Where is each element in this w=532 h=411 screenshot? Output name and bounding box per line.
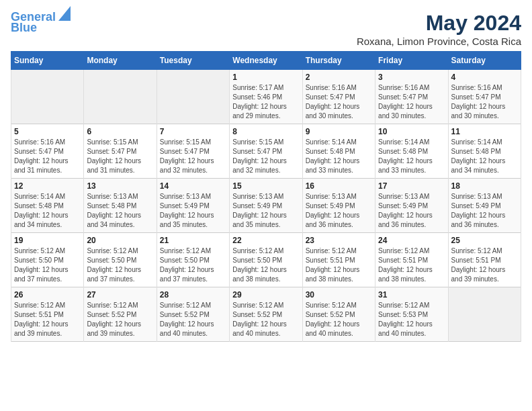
- day-number: 9: [306, 127, 372, 136]
- day-info: Sunrise: 5:12 AM Sunset: 5:51 PM Dayligh…: [14, 301, 81, 338]
- calendar-cell: 31Sunrise: 5:12 AM Sunset: 5:53 PM Dayli…: [375, 287, 448, 342]
- svg-marker-0: [58, 6, 71, 21]
- day-header-monday: Monday: [84, 52, 157, 70]
- calendar-cell: 17Sunrise: 5:13 AM Sunset: 5:49 PM Dayli…: [375, 179, 448, 233]
- day-number: 25: [451, 236, 518, 245]
- calendar-cell: 22Sunrise: 5:12 AM Sunset: 5:50 PM Dayli…: [230, 233, 302, 287]
- day-info: Sunrise: 5:15 AM Sunset: 5:47 PM Dayligh…: [87, 138, 153, 175]
- day-info: Sunrise: 5:12 AM Sunset: 5:52 PM Dayligh…: [160, 301, 226, 338]
- calendar-cell: 7Sunrise: 5:15 AM Sunset: 5:47 PM Daylig…: [157, 124, 229, 179]
- day-number: 10: [378, 127, 445, 136]
- calendar-cell: 27Sunrise: 5:12 AM Sunset: 5:52 PM Dayli…: [84, 287, 157, 342]
- day-info: Sunrise: 5:12 AM Sunset: 5:50 PM Dayligh…: [87, 246, 153, 284]
- calendar-cell: 8Sunrise: 5:15 AM Sunset: 5:47 PM Daylig…: [230, 124, 302, 179]
- day-number: 5: [14, 127, 81, 136]
- day-header-friday: Friday: [375, 52, 448, 70]
- calendar-cell: 20Sunrise: 5:12 AM Sunset: 5:50 PM Dayli…: [84, 233, 157, 287]
- calendar-cell: 14Sunrise: 5:13 AM Sunset: 5:49 PM Dayli…: [157, 179, 229, 233]
- day-info: Sunrise: 5:12 AM Sunset: 5:52 PM Dayligh…: [232, 301, 299, 338]
- day-number: 18: [451, 181, 518, 191]
- calendar-cell: 21Sunrise: 5:12 AM Sunset: 5:50 PM Dayli…: [157, 233, 229, 287]
- day-number: 14: [160, 181, 226, 191]
- calendar-cell: 9Sunrise: 5:14 AM Sunset: 5:48 PM Daylig…: [302, 124, 375, 179]
- calendar-cell: 1Sunrise: 5:17 AM Sunset: 5:46 PM Daylig…: [230, 70, 302, 124]
- page-header: General Blue May 2024 Roxana, Limon Prov…: [11, 11, 521, 47]
- day-info: Sunrise: 5:16 AM Sunset: 5:47 PM Dayligh…: [14, 138, 81, 175]
- day-info: Sunrise: 5:12 AM Sunset: 5:51 PM Dayligh…: [451, 246, 518, 284]
- calendar-cell: 26Sunrise: 5:12 AM Sunset: 5:51 PM Dayli…: [11, 287, 84, 342]
- calendar-cell: 11Sunrise: 5:14 AM Sunset: 5:48 PM Dayli…: [448, 124, 521, 179]
- day-info: Sunrise: 5:12 AM Sunset: 5:50 PM Dayligh…: [14, 246, 81, 284]
- day-info: Sunrise: 5:14 AM Sunset: 5:48 PM Dayligh…: [378, 138, 445, 175]
- day-info: Sunrise: 5:16 AM Sunset: 5:47 PM Dayligh…: [306, 83, 372, 121]
- calendar-cell: [84, 70, 157, 124]
- day-info: Sunrise: 5:12 AM Sunset: 5:52 PM Dayligh…: [87, 301, 153, 338]
- calendar-cell: 5Sunrise: 5:16 AM Sunset: 5:47 PM Daylig…: [11, 124, 84, 179]
- calendar-cell: 2Sunrise: 5:16 AM Sunset: 5:47 PM Daylig…: [302, 70, 375, 124]
- day-number: 16: [306, 181, 372, 191]
- day-info: Sunrise: 5:16 AM Sunset: 5:47 PM Dayligh…: [451, 83, 518, 121]
- day-info: Sunrise: 5:13 AM Sunset: 5:49 PM Dayligh…: [160, 192, 226, 230]
- day-number: 15: [232, 181, 299, 191]
- calendar-cell: 13Sunrise: 5:13 AM Sunset: 5:48 PM Dayli…: [84, 179, 157, 233]
- calendar-cell: 24Sunrise: 5:12 AM Sunset: 5:51 PM Dayli…: [375, 233, 448, 287]
- day-number: 27: [87, 290, 153, 300]
- day-number: 4: [451, 73, 518, 82]
- day-number: 31: [378, 290, 445, 300]
- day-info: Sunrise: 5:17 AM Sunset: 5:46 PM Dayligh…: [232, 83, 299, 121]
- day-number: 30: [306, 290, 372, 300]
- day-info: Sunrise: 5:12 AM Sunset: 5:52 PM Dayligh…: [306, 301, 372, 338]
- month-year-title: May 2024: [357, 11, 521, 36]
- title-block: May 2024 Roxana, Limon Province, Costa R…: [357, 11, 521, 47]
- day-info: Sunrise: 5:12 AM Sunset: 5:51 PM Dayligh…: [378, 246, 445, 284]
- day-header-sunday: Sunday: [11, 52, 84, 70]
- day-number: 26: [14, 290, 81, 300]
- day-info: Sunrise: 5:13 AM Sunset: 5:49 PM Dayligh…: [232, 192, 299, 230]
- calendar-week-row: 5Sunrise: 5:16 AM Sunset: 5:47 PM Daylig…: [11, 124, 521, 179]
- day-info: Sunrise: 5:12 AM Sunset: 5:53 PM Dayligh…: [378, 301, 445, 338]
- calendar-week-row: 26Sunrise: 5:12 AM Sunset: 5:51 PM Dayli…: [11, 287, 521, 342]
- day-number: 28: [160, 290, 226, 300]
- day-number: 7: [160, 127, 226, 136]
- day-number: 11: [451, 127, 518, 136]
- logo: General Blue: [11, 11, 71, 35]
- calendar-cell: 29Sunrise: 5:12 AM Sunset: 5:52 PM Dayli…: [230, 287, 302, 342]
- day-number: 1: [232, 73, 299, 82]
- day-number: 8: [232, 127, 299, 136]
- day-number: 17: [378, 181, 445, 191]
- day-info: Sunrise: 5:12 AM Sunset: 5:50 PM Dayligh…: [160, 246, 226, 284]
- day-info: Sunrise: 5:14 AM Sunset: 5:48 PM Dayligh…: [14, 192, 81, 230]
- day-header-wednesday: Wednesday: [230, 52, 302, 70]
- calendar-cell: 28Sunrise: 5:12 AM Sunset: 5:52 PM Dayli…: [157, 287, 229, 342]
- day-number: 19: [14, 236, 81, 245]
- calendar-cell: 19Sunrise: 5:12 AM Sunset: 5:50 PM Dayli…: [11, 233, 84, 287]
- calendar-cell: 10Sunrise: 5:14 AM Sunset: 5:48 PM Dayli…: [375, 124, 448, 179]
- calendar-cell: 23Sunrise: 5:12 AM Sunset: 5:51 PM Dayli…: [302, 233, 375, 287]
- calendar-cell: [11, 70, 84, 124]
- day-info: Sunrise: 5:13 AM Sunset: 5:49 PM Dayligh…: [451, 192, 518, 230]
- calendar-cell: [448, 287, 521, 342]
- day-number: 12: [14, 181, 81, 191]
- day-number: 22: [232, 236, 299, 245]
- day-header-tuesday: Tuesday: [157, 52, 229, 70]
- calendar-cell: 25Sunrise: 5:12 AM Sunset: 5:51 PM Dayli…: [448, 233, 521, 287]
- calendar-week-row: 12Sunrise: 5:14 AM Sunset: 5:48 PM Dayli…: [11, 179, 521, 233]
- day-info: Sunrise: 5:13 AM Sunset: 5:48 PM Dayligh…: [87, 192, 153, 230]
- day-info: Sunrise: 5:15 AM Sunset: 5:47 PM Dayligh…: [160, 138, 226, 175]
- day-number: 6: [87, 127, 153, 136]
- calendar-cell: 18Sunrise: 5:13 AM Sunset: 5:49 PM Dayli…: [448, 179, 521, 233]
- calendar-cell: 4Sunrise: 5:16 AM Sunset: 5:47 PM Daylig…: [448, 70, 521, 124]
- calendar-header-row: SundayMondayTuesdayWednesdayThursdayFrid…: [11, 52, 521, 70]
- day-header-thursday: Thursday: [302, 52, 375, 70]
- day-info: Sunrise: 5:12 AM Sunset: 5:51 PM Dayligh…: [306, 246, 372, 284]
- day-info: Sunrise: 5:13 AM Sunset: 5:49 PM Dayligh…: [378, 192, 445, 230]
- day-info: Sunrise: 5:14 AM Sunset: 5:48 PM Dayligh…: [451, 138, 518, 175]
- day-number: 23: [306, 236, 372, 245]
- day-info: Sunrise: 5:13 AM Sunset: 5:49 PM Dayligh…: [306, 192, 372, 230]
- calendar-week-row: 1Sunrise: 5:17 AM Sunset: 5:46 PM Daylig…: [11, 70, 521, 124]
- calendar-week-row: 19Sunrise: 5:12 AM Sunset: 5:50 PM Dayli…: [11, 233, 521, 287]
- calendar-table: SundayMondayTuesdayWednesdayThursdayFrid…: [11, 51, 521, 342]
- day-info: Sunrise: 5:16 AM Sunset: 5:47 PM Dayligh…: [378, 83, 445, 121]
- calendar-cell: 30Sunrise: 5:12 AM Sunset: 5:52 PM Dayli…: [302, 287, 375, 342]
- day-number: 29: [232, 290, 299, 300]
